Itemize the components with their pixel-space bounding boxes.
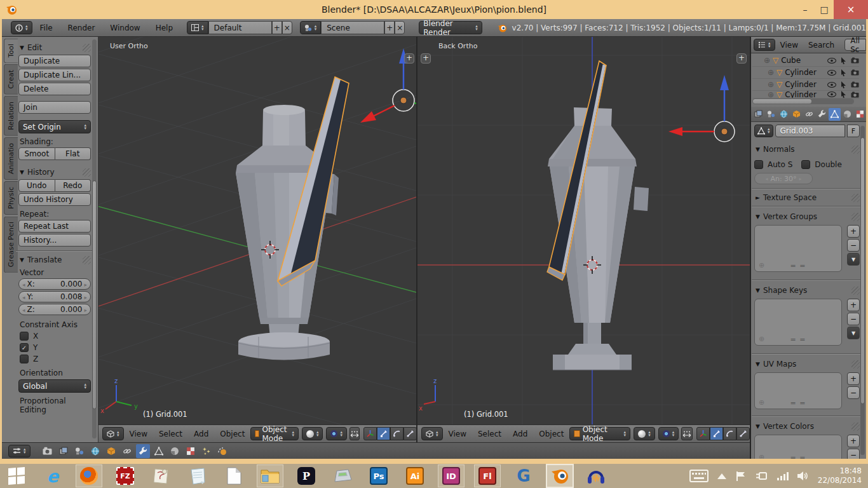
increment-icon[interactable] bbox=[84, 280, 87, 288]
scale-manipulator-button[interactable] bbox=[403, 427, 416, 440]
orientation-dropdown[interactable]: Global bbox=[18, 379, 91, 393]
menu-render[interactable]: Render bbox=[68, 24, 95, 32]
minimize-button[interactable]: – bbox=[796, 0, 815, 19]
visibility-eye-icon[interactable] bbox=[827, 92, 836, 97]
screen-name-field[interactable]: Default bbox=[208, 21, 272, 34]
tab-modifiers-active[interactable] bbox=[136, 444, 150, 458]
object-name[interactable]: Cylinder bbox=[785, 80, 817, 89]
add-screen-button[interactable]: + bbox=[272, 21, 282, 34]
list-resize-handle-icon[interactable]: = = bbox=[790, 262, 806, 270]
rotate-manipulator-button[interactable] bbox=[723, 427, 736, 440]
tab-render-layers[interactable] bbox=[57, 444, 71, 458]
translate-manipulator[interactable] bbox=[668, 75, 735, 142]
scrollbar-thumb[interactable] bbox=[92, 180, 97, 409]
properties-region-expand-button[interactable]: + bbox=[404, 53, 414, 64]
add-uv-map-button[interactable]: + bbox=[847, 372, 860, 385]
normals-panel-header[interactable]: ▼ Normals bbox=[756, 145, 860, 154]
scene-icon-button[interactable] bbox=[300, 21, 322, 34]
properties-scrollbar[interactable] bbox=[860, 126, 865, 455]
maximize-button[interactable]: □ bbox=[815, 0, 834, 19]
visibility-eye-icon[interactable] bbox=[827, 82, 836, 88]
add-shape-key-button[interactable]: + bbox=[847, 299, 860, 311]
constraint-x-checkbox[interactable] bbox=[20, 332, 29, 341]
taskbar-internet-explorer[interactable]: e bbox=[40, 465, 65, 487]
remove-vertex-group-button[interactable]: − bbox=[847, 239, 860, 252]
network-signal-icon[interactable] bbox=[777, 471, 789, 480]
touch-keyboard-icon[interactable] bbox=[689, 470, 709, 482]
datablock-name-field[interactable]: Grid.003 bbox=[775, 125, 845, 137]
taskbar-blender-active[interactable] bbox=[547, 465, 573, 487]
vertex-groups-list[interactable]: ⊕ = = bbox=[754, 225, 842, 272]
tab-texture[interactable] bbox=[184, 444, 198, 458]
taskbar-scanner[interactable] bbox=[330, 465, 355, 487]
delete-scene-button[interactable]: × bbox=[395, 21, 405, 34]
decrement-icon[interactable] bbox=[22, 280, 25, 288]
list-expand-icon[interactable]: ⊕ bbox=[759, 335, 764, 343]
auto-smooth-checkbox[interactable] bbox=[754, 160, 763, 169]
tab-constraints[interactable] bbox=[120, 444, 134, 458]
increment-icon[interactable] bbox=[84, 305, 87, 314]
repeat-last-button[interactable]: Repeat Last bbox=[18, 220, 91, 233]
visibility-eye-icon[interactable] bbox=[827, 70, 836, 76]
tab-scene[interactable] bbox=[765, 108, 777, 121]
delete-screen-button[interactable]: × bbox=[282, 21, 292, 34]
panel-grip-icon[interactable] bbox=[851, 287, 860, 295]
list-expand-icon[interactable]: ⊕ bbox=[759, 261, 764, 269]
menu-window[interactable]: Window bbox=[110, 24, 140, 32]
scale-manipulator-button[interactable] bbox=[736, 427, 750, 440]
taskbar-journal[interactable] bbox=[149, 465, 174, 487]
menu-view[interactable]: View bbox=[449, 430, 466, 438]
start-button[interactable] bbox=[4, 465, 29, 487]
menu-view[interactable]: View bbox=[130, 430, 147, 438]
object-name[interactable]: Cylinder bbox=[785, 68, 817, 77]
tray-expand-icon[interactable] bbox=[717, 473, 726, 479]
screen-layout-icon-button[interactable] bbox=[187, 21, 208, 34]
duplicate-linked-button[interactable]: Duplicate Lin... bbox=[18, 69, 91, 81]
panel-grip-icon[interactable] bbox=[851, 213, 860, 221]
remove-vertex-color-button[interactable]: − bbox=[847, 449, 860, 459]
menu-file[interactable]: File bbox=[40, 24, 53, 32]
panel-grip-icon[interactable] bbox=[851, 360, 860, 369]
vector-x-field[interactable]: X:0.000 bbox=[18, 278, 91, 290]
tab-object-data[interactable] bbox=[152, 444, 166, 458]
decrement-icon[interactable] bbox=[22, 305, 25, 314]
tab-modifiers[interactable] bbox=[816, 108, 828, 121]
constraint-z-checkbox[interactable] bbox=[20, 355, 29, 363]
tab-world[interactable] bbox=[88, 444, 102, 458]
snap-button[interactable] bbox=[349, 427, 360, 440]
remove-shape-key-button[interactable]: − bbox=[847, 313, 860, 325]
tab-particles[interactable] bbox=[200, 444, 214, 458]
tab-physics[interactable]: Physic bbox=[4, 181, 18, 215]
pivot-point-dropdown[interactable] bbox=[658, 427, 679, 440]
scrollbar-thumb[interactable] bbox=[860, 137, 865, 404]
mode-dropdown[interactable]: Object Mode bbox=[250, 427, 299, 440]
properties-region-expand-button[interactable]: + bbox=[736, 53, 747, 64]
outliner-menu-search[interactable]: Search bbox=[808, 41, 834, 50]
add-vertex-group-button[interactable]: + bbox=[847, 225, 860, 238]
expand-icon[interactable]: ⊕ bbox=[768, 80, 774, 89]
panel-grip-icon[interactable] bbox=[83, 256, 91, 264]
menu-add[interactable]: Add bbox=[194, 430, 208, 438]
snap-button[interactable] bbox=[681, 427, 693, 440]
render-engine-select[interactable]: Blender Render bbox=[419, 21, 482, 34]
rotate-manipulator-button[interactable] bbox=[390, 427, 403, 440]
shape-keys-panel-header[interactable]: ▼ Shape Keys bbox=[756, 286, 860, 295]
taskbar-notepad[interactable] bbox=[185, 465, 210, 487]
translate-manipulator-button[interactable] bbox=[710, 427, 723, 440]
shade-flat-button[interactable]: Flat bbox=[55, 147, 92, 160]
vertex-group-specials-menu[interactable]: ▼ bbox=[847, 253, 860, 266]
tool-shelf-expand-button[interactable]: + bbox=[421, 53, 431, 64]
outliner-horizontal-scrollbar[interactable] bbox=[752, 98, 854, 104]
add-vertex-color-button[interactable]: + bbox=[847, 435, 860, 447]
object-name[interactable]: Cube bbox=[781, 56, 801, 65]
delete-button[interactable]: Delete bbox=[18, 83, 91, 95]
undo-history-button[interactable]: Undo History bbox=[18, 193, 91, 206]
translate-manipulator-button[interactable] bbox=[377, 427, 390, 440]
render-camera-icon[interactable] bbox=[851, 57, 859, 64]
tab-material[interactable] bbox=[168, 444, 182, 458]
taskbar-indesign[interactable]: ID bbox=[438, 465, 464, 487]
taskbar-g-app[interactable]: G bbox=[511, 465, 536, 487]
taskbar-file-explorer[interactable] bbox=[257, 465, 283, 487]
expand-icon[interactable]: ⊕ bbox=[764, 56, 770, 65]
outliner-item-cylinder-1[interactable]: ⊕ ▽ Cylinder bbox=[752, 67, 859, 79]
